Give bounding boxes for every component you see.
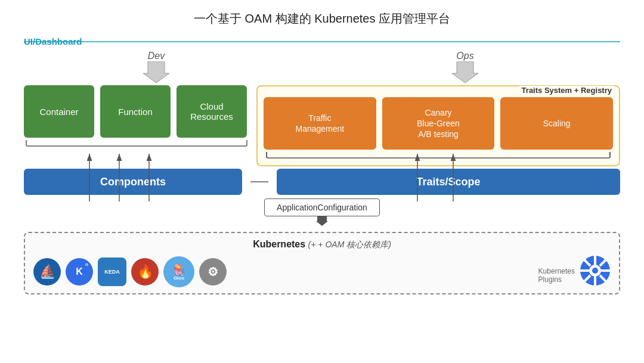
k8s-plugins-label: Kubernetes Plugins <box>538 267 575 284</box>
ops-arrow-icon <box>452 61 478 83</box>
svg-marker-3 <box>316 216 328 226</box>
ops-label: Ops <box>456 51 473 61</box>
kubernetes-section: Kubernetes (+ + OAM 核心依赖库) ⛵ Kn KEDA 🔥 🪼… <box>24 232 620 294</box>
k8s-wheel-icon <box>580 255 611 286</box>
connect-line-icon <box>250 181 268 183</box>
svg-point-6 <box>592 268 598 274</box>
traits-system-label: Traits System + Registry <box>519 86 614 95</box>
cloud-resources-box: Cloud Resources <box>177 85 247 138</box>
canary-blue-green-box: Canary Blue-Green A/B testing <box>382 97 495 150</box>
traits-system-border: Traits System + Registry Traffic Managem… <box>256 85 620 166</box>
ui-dashboard-label: UI/Dashboard <box>24 36 82 46</box>
ops-group: Ops <box>452 51 478 83</box>
appconfig-row: ApplicationConfiguration <box>24 198 620 216</box>
diagram-container: 一个基于 OAM 构建的 Kubernetes 应用管理平台 UI/Dashbo… <box>0 0 644 363</box>
page-title: 一个基于 OAM 构建的 Kubernetes 应用管理平台 <box>24 11 620 27</box>
dev-arrow-icon <box>143 61 169 83</box>
workload-boxes: Container Function Cloud Resources <box>24 85 248 138</box>
function-box: Function <box>100 85 171 138</box>
workload-section: Container Function Cloud Resources <box>24 85 248 147</box>
gloo-icon: 🪼 Gloo <box>163 256 194 287</box>
appconfig-box: ApplicationConfiguration <box>264 198 380 216</box>
k8s-wheel-group: Kubernetes Plugins <box>580 255 611 288</box>
helm-fire-icon: 🔥 <box>131 258 159 286</box>
plugin-icon: ⚙ <box>199 258 227 286</box>
k8s-plugins-row: ⛵ Kn KEDA 🔥 🪼 Gloo ⚙ Kubernetes Pl <box>33 255 611 288</box>
ui-dashboard-line <box>24 41 620 42</box>
k8s-icons: ⛵ Kn KEDA 🔥 🪼 Gloo ⚙ <box>33 256 227 287</box>
dev-label: Dev <box>148 51 165 61</box>
appconfig-down-arrow-icon <box>316 216 328 226</box>
ui-dashboard-row: UI/Dashboard <box>24 33 620 49</box>
svg-marker-0 <box>143 61 169 83</box>
dev-group: Dev <box>143 51 169 83</box>
traits-boxes: Traffic Management Canary Blue-Green A/B… <box>264 97 613 150</box>
traits-scope-box: Traits/Scope <box>277 169 620 195</box>
knative-icon: Kn <box>66 258 93 286</box>
components-box: Components <box>24 169 242 195</box>
traffic-management-box: Traffic Management <box>264 97 376 150</box>
traits-brace-icon <box>264 151 613 159</box>
svg-marker-1 <box>452 61 478 83</box>
components-traits-row: Components Traits/Scope <box>24 169 620 195</box>
keda-icon: KEDA <box>98 257 126 286</box>
workload-brace-icon <box>24 139 248 147</box>
scaling-box: Scaling <box>500 97 613 150</box>
sail-icon: ⛵ <box>33 258 61 286</box>
k8s-title: Kubernetes (+ + OAM 核心依赖库) <box>33 239 611 250</box>
traits-system-section: Traits System + Registry Traffic Managem… <box>256 85 620 166</box>
container-box: Container <box>24 85 94 138</box>
